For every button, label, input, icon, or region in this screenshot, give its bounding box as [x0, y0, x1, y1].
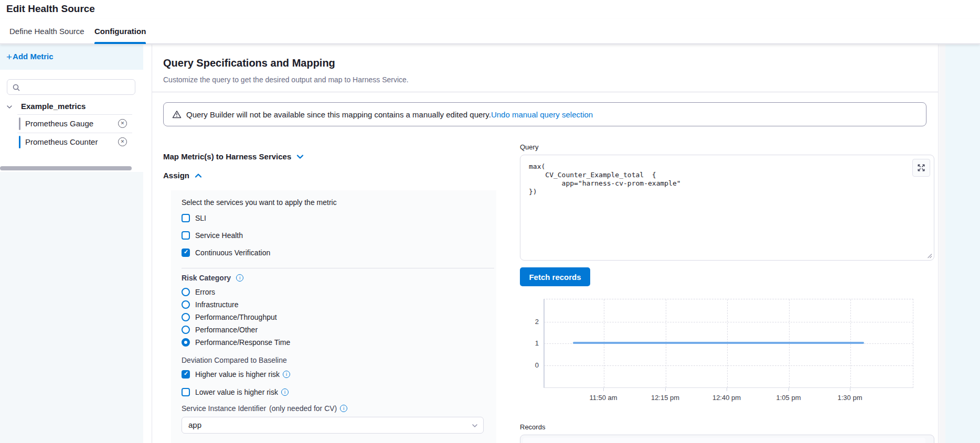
scrollbar-thumb[interactable] [0, 166, 132, 170]
radio-row-performance-response-time[interactable]: Performance/Response Time [182, 337, 290, 348]
radio-performance-throughput[interactable] [182, 313, 190, 321]
metric-list-panel: Example_metrics Prometheus Gauge Prometh… [0, 70, 143, 165]
x-axis-tick [789, 388, 789, 391]
x-axis-tick [727, 388, 727, 391]
metric-group-row[interactable]: Example_metrics [0, 100, 143, 114]
x-axis-tick [850, 388, 850, 391]
query-editor[interactable]: max( CV_Counter_Example_total { app="har… [520, 155, 934, 261]
section-heading: Query Specifications and Mapping [163, 57, 335, 69]
assign-toggle[interactable]: Assign [163, 171, 202, 180]
add-metric-label: Add Metric [13, 52, 54, 61]
radio-infrastructure[interactable] [182, 300, 190, 309]
checkbox-higher-value-higher-risk[interactable] [182, 370, 190, 379]
radio-row-performance-throughput[interactable]: Performance/Throughput [182, 312, 277, 322]
records-inner-area [523, 438, 925, 443]
info-icon[interactable] [283, 371, 290, 378]
radio-errors[interactable] [182, 288, 190, 296]
y-axis-line [544, 299, 545, 387]
checkbox-service-health[interactable] [182, 231, 190, 240]
service-instance-label-row: Service Instance Identifier (only needed… [182, 403, 347, 414]
gridline [544, 365, 913, 366]
vertical-scroll-gutter[interactable] [939, 45, 945, 443]
assign-label: Assign [163, 171, 189, 180]
query-results-chart: 2 1 0 11:50 am 12:15 pm [520, 291, 934, 403]
tab-define-health-source[interactable]: Define Health Source [9, 19, 84, 44]
radio-row-errors[interactable]: Errors [182, 287, 215, 297]
x-axis-line [544, 387, 913, 388]
expand-query-button[interactable] [912, 159, 930, 177]
resize-handle-icon[interactable] [927, 253, 932, 258]
metric-search-box [7, 79, 135, 95]
risk-category-row: Risk Category [182, 273, 243, 283]
checkbox-label: Service Health [195, 231, 243, 240]
y-axis-label: 2 [523, 318, 539, 326]
active-tab-underline [94, 42, 146, 44]
checkbox-label: SLI [195, 214, 206, 222]
radio-row-performance-other[interactable]: Performance/Other [182, 325, 258, 335]
chevron-up-icon [195, 172, 202, 179]
query-line: }) [529, 188, 681, 196]
map-metrics-toggle[interactable]: Map Metric(s) to Harness Services [163, 152, 304, 161]
checkbox-row-continuous-verification[interactable]: Continuous Verification [182, 247, 270, 258]
checkbox-row-sli[interactable]: SLI [182, 213, 206, 223]
remove-metric-icon[interactable] [118, 119, 127, 128]
tab-configuration[interactable]: Configuration [94, 19, 146, 44]
tab-configuration-label: Configuration [94, 27, 146, 36]
metrics-sidebar: +Add Metric Example_metrics Prometheus G… [0, 45, 143, 443]
metric-item-prometheus-counter[interactable]: Prometheus Counter [17, 133, 132, 151]
checkbox-label: Continuous Verification [195, 248, 270, 257]
radio-label: Performance/Response Time [195, 338, 290, 347]
card-header: Query Specifications and Mapping Customi… [152, 45, 938, 92]
remove-metric-icon[interactable] [118, 137, 127, 146]
metric-selected-bar [19, 136, 20, 148]
metric-selected-bar [19, 117, 20, 130]
edit-health-source-page: Edit Health Source Define Health Source … [0, 0, 980, 443]
section-subheading: Customize the query to get the desired o… [163, 75, 409, 84]
x-axis-tick [603, 388, 604, 391]
expand-icon [917, 164, 925, 172]
info-icon[interactable] [281, 388, 289, 396]
checkbox-continuous-verification[interactable] [182, 248, 190, 257]
records-label: Records [520, 423, 545, 431]
fetch-records-button[interactable]: Fetch records [520, 267, 590, 286]
checkbox-sli[interactable] [182, 214, 190, 222]
info-icon[interactable] [340, 405, 347, 412]
service-instance-dropdown[interactable]: app [182, 417, 484, 434]
service-instance-note: (only needed for CV) [269, 404, 337, 413]
radio-performance-other[interactable] [182, 326, 190, 334]
x-axis-label: 1:05 pm [776, 394, 801, 402]
info-icon[interactable] [236, 274, 243, 282]
chevron-down-icon [472, 423, 478, 429]
radio-label: Performance/Throughput [195, 313, 277, 321]
radio-performance-response-time[interactable] [182, 338, 190, 347]
checkbox-label: Lower value is higher risk [195, 388, 278, 396]
undo-manual-query-link[interactable]: Undo manual query selection [491, 110, 593, 119]
checkbox-row-lower-risk[interactable]: Lower value is higher risk [182, 387, 289, 397]
add-metric-button[interactable]: +Add Metric [6, 51, 54, 63]
gridline [544, 322, 913, 322]
y-axis-label: 0 [523, 361, 539, 369]
search-icon [12, 83, 20, 92]
deviation-label: Deviation Compared to Baseline [182, 356, 287, 364]
checkbox-row-service-health[interactable]: Service Health [182, 230, 243, 241]
metric-search-input[interactable] [23, 80, 133, 94]
metric-item-prometheus-gauge[interactable]: Prometheus Gauge [17, 115, 132, 133]
checkbox-row-higher-risk[interactable]: Higher value is higher risk [182, 369, 290, 380]
chevron-down-icon [6, 104, 13, 110]
tab-bar: Define Health Source Configuration [0, 19, 980, 44]
query-line: max( [529, 163, 681, 171]
sidebar-top-band: +Add Metric [0, 45, 143, 70]
warning-icon [172, 110, 182, 118]
metric-item-label: Prometheus Gauge [25, 119, 93, 128]
checkbox-lower-value-higher-risk[interactable] [182, 388, 190, 396]
divider [182, 268, 494, 268]
y-axis-label: 1 [523, 339, 539, 347]
sidebar-horizontal-scrollbar[interactable] [0, 165, 143, 172]
x-axis-tick [665, 388, 666, 391]
assign-panel: Select the services you want to apply th… [171, 190, 496, 443]
app-header: Edit Health Source [0, 0, 980, 19]
x-axis-label: 1:30 pm [838, 394, 862, 402]
records-box [520, 435, 934, 443]
radio-row-infrastructure[interactable]: Infrastructure [182, 299, 238, 310]
series-line [573, 342, 864, 344]
